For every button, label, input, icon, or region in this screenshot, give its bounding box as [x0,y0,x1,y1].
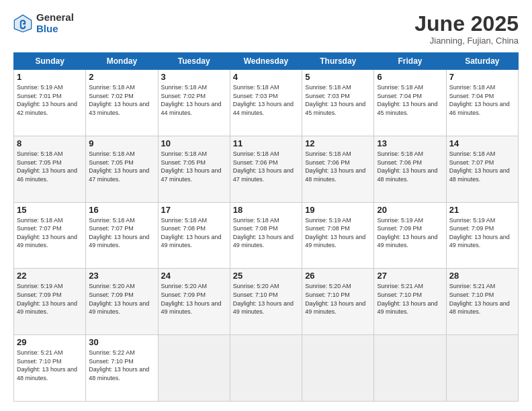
col-thursday: Thursday [302,53,374,70]
logo-blue-text: Blue [36,24,74,35]
table-row: 28Sunrise: 5:21 AMSunset: 7:10 PMDayligh… [446,269,518,335]
day-number: 12 [305,138,371,148]
table-row: 8Sunrise: 5:18 AMSunset: 7:05 PMDaylight… [14,136,86,202]
day-number: 22 [17,271,83,281]
table-row [446,335,518,402]
table-row: 26Sunrise: 5:20 AMSunset: 7:10 PMDayligh… [302,269,374,335]
table-row: 2Sunrise: 5:18 AMSunset: 7:02 PMDaylight… [86,70,158,136]
table-row: 25Sunrise: 5:20 AMSunset: 7:10 PMDayligh… [230,269,302,335]
day-info: Sunrise: 5:21 AMSunset: 7:10 PMDaylight:… [17,349,83,382]
calendar-week-row: 1Sunrise: 5:19 AMSunset: 7:01 PMDaylight… [14,70,519,136]
day-number: 26 [305,271,371,281]
col-tuesday: Tuesday [158,53,230,70]
day-info: Sunrise: 5:19 AMSunset: 7:09 PMDaylight:… [449,216,515,250]
day-number: 5 [305,72,371,82]
table-row: 13Sunrise: 5:18 AMSunset: 7:06 PMDayligh… [374,136,446,202]
col-friday: Friday [374,53,446,70]
day-info: Sunrise: 5:19 AMSunset: 7:09 PMDaylight:… [377,216,443,250]
logo-general-text: General [36,12,74,24]
day-number: 1 [17,72,83,82]
day-info: Sunrise: 5:18 AMSunset: 7:06 PMDaylight:… [377,150,443,183]
day-info: Sunrise: 5:18 AMSunset: 7:06 PMDaylight:… [233,150,299,183]
day-number: 14 [449,138,515,148]
day-info: Sunrise: 5:20 AMSunset: 7:09 PMDaylight:… [89,282,154,316]
day-info: Sunrise: 5:18 AMSunset: 7:07 PMDaylight:… [449,150,515,183]
day-number: 2 [89,72,154,82]
day-number: 16 [89,205,154,215]
day-info: Sunrise: 5:21 AMSunset: 7:10 PMDaylight:… [377,282,443,316]
day-info: Sunrise: 5:18 AMSunset: 7:04 PMDaylight:… [377,83,443,117]
table-row: 5Sunrise: 5:18 AMSunset: 7:03 PMDaylight… [302,70,374,136]
table-row [374,335,446,402]
day-number: 7 [449,72,515,82]
day-info: Sunrise: 5:18 AMSunset: 7:05 PMDaylight:… [89,150,154,183]
day-number: 19 [305,205,371,215]
day-number: 20 [377,205,443,215]
table-row: 30Sunrise: 5:22 AMSunset: 7:10 PMDayligh… [86,335,158,402]
calendar-week-row: 15Sunrise: 5:18 AMSunset: 7:07 PMDayligh… [14,202,519,269]
day-info: Sunrise: 5:18 AMSunset: 7:03 PMDaylight:… [305,83,371,117]
day-number: 21 [449,205,515,215]
day-number: 3 [161,72,227,82]
day-info: Sunrise: 5:20 AMSunset: 7:10 PMDaylight:… [305,282,371,316]
day-number: 30 [89,337,154,347]
day-info: Sunrise: 5:18 AMSunset: 7:05 PMDaylight:… [17,150,83,183]
day-number: 6 [377,72,443,82]
day-number: 18 [233,205,299,215]
day-info: Sunrise: 5:18 AMSunset: 7:05 PMDaylight:… [161,150,227,183]
table-row: 14Sunrise: 5:18 AMSunset: 7:07 PMDayligh… [446,136,518,202]
table-row: 6Sunrise: 5:18 AMSunset: 7:04 PMDaylight… [374,70,446,136]
table-row: 12Sunrise: 5:18 AMSunset: 7:06 PMDayligh… [302,136,374,202]
col-monday: Monday [86,53,158,70]
table-row: 20Sunrise: 5:19 AMSunset: 7:09 PMDayligh… [374,202,446,269]
day-number: 10 [161,138,227,148]
day-number: 28 [449,271,515,281]
day-number: 11 [233,138,299,148]
day-number: 24 [161,271,227,281]
day-info: Sunrise: 5:19 AMSunset: 7:09 PMDaylight:… [17,282,83,316]
calendar-header-row: Sunday Monday Tuesday Wednesday Thursday… [14,53,519,70]
table-row: 16Sunrise: 5:18 AMSunset: 7:07 PMDayligh… [86,202,158,269]
table-row: 9Sunrise: 5:18 AMSunset: 7:05 PMDaylight… [86,136,158,202]
col-sunday: Sunday [14,53,86,70]
table-row: 15Sunrise: 5:18 AMSunset: 7:07 PMDayligh… [14,202,86,269]
table-row: 22Sunrise: 5:19 AMSunset: 7:09 PMDayligh… [14,269,86,335]
day-info: Sunrise: 5:18 AMSunset: 7:03 PMDaylight:… [233,83,299,117]
table-row [158,335,230,402]
day-number: 9 [89,138,154,148]
day-number: 27 [377,271,443,281]
table-row: 19Sunrise: 5:19 AMSunset: 7:08 PMDayligh… [302,202,374,269]
day-info: Sunrise: 5:18 AMSunset: 7:07 PMDaylight:… [17,216,83,250]
table-row [230,335,302,402]
table-row: 21Sunrise: 5:19 AMSunset: 7:09 PMDayligh… [446,202,518,269]
header: General Blue June 2025 Jianning, Fujian,… [13,12,519,46]
day-info: Sunrise: 5:21 AMSunset: 7:10 PMDaylight:… [449,282,515,316]
location: Jianning, Fujian, China [414,36,519,46]
table-row: 3Sunrise: 5:18 AMSunset: 7:02 PMDaylight… [158,70,230,136]
day-number: 17 [161,205,227,215]
day-info: Sunrise: 5:20 AMSunset: 7:09 PMDaylight:… [161,282,227,316]
day-number: 13 [377,138,443,148]
day-number: 15 [17,205,83,215]
table-row: 17Sunrise: 5:18 AMSunset: 7:08 PMDayligh… [158,202,230,269]
logo-text: General Blue [36,12,74,34]
day-info: Sunrise: 5:19 AMSunset: 7:01 PMDaylight:… [17,83,83,117]
day-number: 25 [233,271,299,281]
day-info: Sunrise: 5:18 AMSunset: 7:06 PMDaylight:… [305,150,371,183]
day-info: Sunrise: 5:18 AMSunset: 7:02 PMDaylight:… [161,83,227,117]
day-number: 8 [17,138,83,148]
logo: General Blue [13,12,74,34]
calendar-table: Sunday Monday Tuesday Wednesday Thursday… [13,52,519,402]
day-info: Sunrise: 5:18 AMSunset: 7:07 PMDaylight:… [89,216,154,250]
day-info: Sunrise: 5:18 AMSunset: 7:04 PMDaylight:… [449,83,515,117]
table-row: 11Sunrise: 5:18 AMSunset: 7:06 PMDayligh… [230,136,302,202]
table-row: 7Sunrise: 5:18 AMSunset: 7:04 PMDaylight… [446,70,518,136]
table-row: 29Sunrise: 5:21 AMSunset: 7:10 PMDayligh… [14,335,86,402]
page: General Blue June 2025 Jianning, Fujian,… [0,0,532,411]
calendar-week-row: 8Sunrise: 5:18 AMSunset: 7:05 PMDaylight… [14,136,519,202]
day-number: 29 [17,337,83,347]
day-info: Sunrise: 5:19 AMSunset: 7:08 PMDaylight:… [305,216,371,250]
day-info: Sunrise: 5:18 AMSunset: 7:08 PMDaylight:… [161,216,227,250]
table-row: 27Sunrise: 5:21 AMSunset: 7:10 PMDayligh… [374,269,446,335]
day-number: 4 [233,72,299,82]
